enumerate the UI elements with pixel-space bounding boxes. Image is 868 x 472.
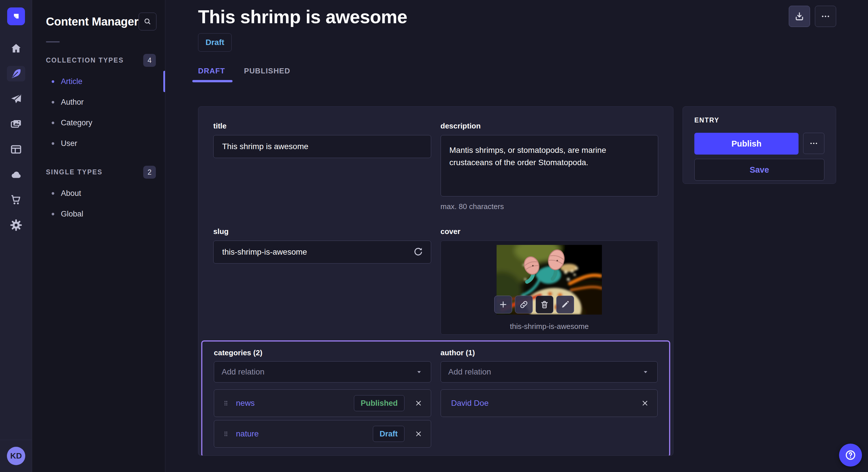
combobox-placeholder: Add relation [222, 367, 265, 376]
sidebar-item-label: User [61, 139, 77, 148]
main-content: This shrimp is awesome Draft DRAFT PUBLI… [165, 0, 868, 472]
regenerate-slug-button[interactable] [413, 246, 424, 257]
slug-label: slug [213, 227, 431, 236]
relation-link[interactable]: nature [236, 429, 373, 438]
trash-icon [540, 300, 549, 309]
nav-marketplace[interactable] [7, 192, 25, 208]
search-button[interactable] [138, 12, 156, 30]
entry-more-button[interactable] [803, 133, 825, 154]
combobox-placeholder: Add relation [448, 367, 491, 376]
slug-input[interactable] [213, 241, 431, 264]
help-button[interactable] [839, 444, 862, 467]
download-icon [794, 11, 805, 22]
single-types-section: SINGLE TYPES 2 About Global [32, 165, 165, 224]
page-title: This shrimp is awesome [198, 6, 407, 28]
collection-types-header: COLLECTION TYPES 4 [32, 53, 165, 67]
relation-link[interactable]: news [236, 399, 354, 408]
title-input[interactable] [213, 135, 431, 158]
nav-home[interactable] [7, 41, 25, 56]
strapi-logo-icon [10, 11, 22, 22]
sidebar-item-author[interactable]: Author [32, 92, 165, 112]
remove-relation-button[interactable] [641, 399, 649, 407]
publish-button[interactable]: Publish [694, 133, 799, 155]
save-button[interactable]: Save [694, 159, 825, 181]
nav-content-manager[interactable] [7, 66, 25, 81]
publish-row: Publish [694, 133, 825, 155]
more-horizontal-icon [809, 139, 818, 148]
form-row-1: title description Mantis shrimps, or sto… [213, 122, 658, 211]
sidebar-item-article[interactable]: Article [32, 71, 165, 92]
strapi-logo[interactable] [7, 7, 25, 25]
collection-types-section: COLLECTION TYPES 4 Article Author Catego… [32, 53, 165, 154]
main-nav-sidebar: KD [0, 0, 32, 472]
cover-caption: this-shrimp-is-awesome [510, 322, 589, 331]
question-mark-icon [844, 449, 857, 461]
tab-draft[interactable]: DRAFT [198, 67, 225, 82]
subnav-title: Content Manager [46, 15, 138, 28]
bullet-dot [52, 213, 54, 215]
section-count-badge: 2 [143, 166, 156, 179]
cover-label: cover [441, 227, 658, 236]
nav-settings[interactable] [7, 217, 25, 233]
paper-plane-icon [10, 93, 22, 105]
export-button[interactable] [789, 6, 810, 27]
drag-handle-icon[interactable] [222, 430, 229, 438]
sidebar-item-user[interactable]: User [32, 133, 165, 154]
gear-icon [10, 219, 22, 231]
relation-status-badge: Draft [373, 426, 404, 442]
remove-relation-button[interactable] [414, 399, 423, 407]
sidebar-item-label: Global [61, 210, 83, 218]
categories-label: categories (2) [214, 348, 431, 357]
media-images-icon [10, 118, 22, 130]
categories-add-relation-combobox[interactable]: Add relation [214, 361, 431, 382]
sidebar-item-label: Article [61, 77, 82, 86]
bullet-dot [52, 80, 54, 83]
section-label: SINGLE TYPES [46, 168, 102, 176]
description-input[interactable]: Mantis shrimps, or stomatopods, are mari… [441, 135, 658, 196]
edit-asset-button[interactable] [556, 296, 574, 313]
search-icon [143, 17, 152, 26]
nav-deploy-cloud[interactable] [7, 167, 25, 182]
description-label: description [441, 122, 658, 131]
relation-status-badge: Published [354, 395, 404, 411]
remove-relation-button[interactable] [414, 430, 423, 438]
page-header: This shrimp is awesome [198, 0, 836, 28]
user-avatar[interactable]: KD [7, 447, 25, 465]
active-indicator [163, 71, 165, 92]
delete-asset-button[interactable] [536, 296, 553, 313]
relation-item-news[interactable]: news Published [214, 390, 431, 417]
nav-content-type-builder[interactable] [7, 142, 25, 157]
bullet-dot [52, 142, 54, 145]
tab-published[interactable]: PUBLISHED [244, 67, 290, 82]
author-label: author (1) [441, 348, 658, 357]
relations-highlight-box: categories (2) Add relation news [201, 340, 670, 456]
relation-item-david-doe[interactable]: David Doe [441, 390, 658, 417]
sidebar-item-global[interactable]: Global [32, 204, 165, 224]
home-icon [10, 42, 22, 55]
copy-link-button[interactable] [515, 296, 533, 313]
close-icon [641, 399, 649, 407]
section-count-badge: 4 [143, 54, 156, 67]
more-options-button[interactable] [815, 6, 836, 27]
version-tabs: DRAFT PUBLISHED [198, 67, 836, 82]
cover-image [497, 245, 602, 314]
nav-media-library[interactable] [7, 116, 25, 132]
bullet-dot [52, 192, 54, 195]
sidebar-item-about[interactable]: About [32, 183, 165, 204]
relation-link[interactable]: David Doe [451, 399, 641, 408]
add-icon [499, 300, 508, 309]
nav-releases[interactable] [7, 91, 25, 107]
content-row: title description Mantis shrimps, or sto… [198, 106, 836, 456]
drag-handle-icon[interactable] [222, 400, 229, 407]
collection-types-list: Article Author Category User [32, 71, 165, 154]
author-add-relation-combobox[interactable]: Add relation [441, 361, 658, 382]
sidebar-item-category[interactable]: Category [32, 112, 165, 133]
slug-field: slug [213, 227, 431, 335]
relation-item-nature[interactable]: nature Draft [214, 420, 431, 448]
main-nav-icons [0, 41, 32, 233]
author-field: author (1) Add relation David Doe [441, 348, 658, 451]
close-icon [414, 399, 423, 407]
sidebar-item-label: Category [61, 119, 92, 127]
add-asset-button[interactable] [494, 296, 512, 313]
status-badge: Draft [198, 33, 231, 52]
